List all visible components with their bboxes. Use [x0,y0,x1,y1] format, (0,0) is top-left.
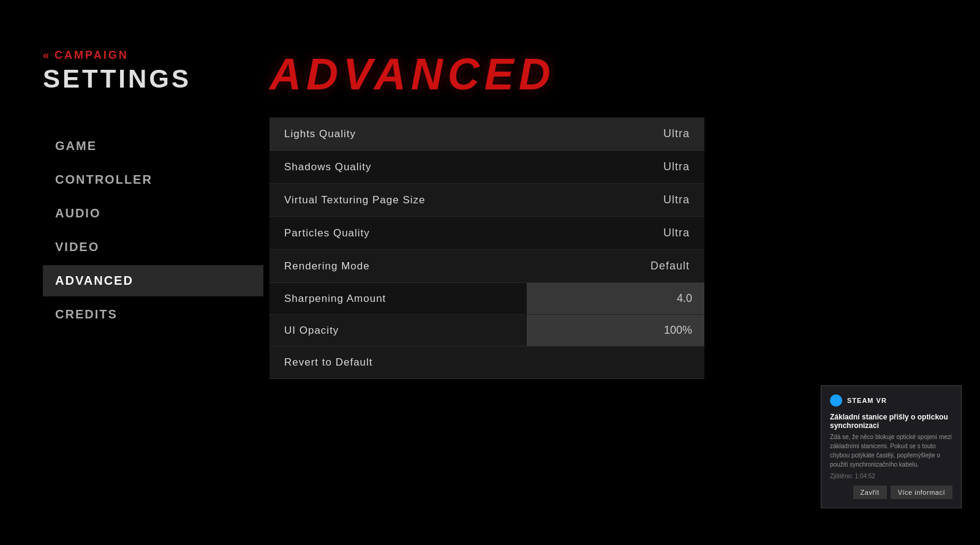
rendering-mode-label: Rendering Mode [284,260,650,272]
particles-quality-label: Particles Quality [284,227,663,239]
virtual-texturing-label: Virtual Texturing Page Size [284,194,663,206]
steamvr-title: Základní stanice přišly o optickou synch… [830,413,952,430]
settings-label: SETTINGS [43,64,263,94]
sidebar: « CAMPAIGN SETTINGS GAME CONTROLLER AUDI… [0,0,263,545]
nav-item-video[interactable]: VIDEO [43,231,263,263]
nav-item-game[interactable]: GAME [43,130,263,162]
nav-item-advanced[interactable]: ADVANCED [43,265,263,296]
steamvr-more-button[interactable]: Více informací [891,486,952,499]
steamvr-body: Zdá se, že něco blokuje optické spojení … [830,432,952,469]
sharpening-slider[interactable]: 4.0 [527,283,704,314]
steamvr-header-label: STEAM VR [847,397,887,404]
nav-item-controller[interactable]: CONTROLLER [43,164,263,195]
campaign-arrow-icon: « [43,49,51,62]
steamvr-time: Zjištěno: 1:04:52 [830,473,952,479]
ui-opacity-row[interactable]: UI Opacity 100% [270,315,704,347]
page-title: ADVANCED [270,49,723,99]
shadows-quality-label: Shadows Quality [284,161,663,173]
steamvr-close-button[interactable]: Zavřít [853,486,887,499]
settings-panel: Lights Quality Ultra Shadows Quality Ult… [270,118,704,379]
revert-to-default-row[interactable]: Revert to Default [270,347,704,379]
main-content: ADVANCED Lights Quality Ultra Shadows Qu… [270,49,723,379]
campaign-header: « CAMPAIGN SETTINGS [43,49,263,94]
nav-menu: GAME CONTROLLER AUDIO VIDEO ADVANCED CRE… [43,130,263,330]
shadows-quality-value: Ultra [663,160,690,173]
nav-item-credits[interactable]: CREDITS [43,299,263,330]
steamvr-header: STEAM VR [830,394,952,407]
lights-quality-value: Ultra [663,127,690,140]
svg-point-1 [834,399,838,402]
virtual-texturing-row[interactable]: Virtual Texturing Page Size Ultra [270,184,704,217]
virtual-texturing-value: Ultra [663,194,690,206]
particles-quality-row[interactable]: Particles Quality Ultra [270,217,704,250]
sharpening-value: 4.0 [677,292,692,305]
lights-quality-label: Lights Quality [284,128,663,140]
particles-quality-value: Ultra [663,227,690,239]
ui-opacity-slider[interactable]: 100% [527,315,704,346]
revert-to-default-label: Revert to Default [284,356,690,369]
steamvr-icon [830,394,842,407]
lights-quality-row[interactable]: Lights Quality Ultra [270,118,704,151]
steamvr-notification: STEAM VR Základní stanice přišly o optic… [821,385,962,508]
campaign-label: « CAMPAIGN [43,49,263,62]
ui-opacity-value: 100% [664,324,692,337]
sharpening-amount-row[interactable]: Sharpening Amount 4.0 [270,283,704,315]
nav-item-audio[interactable]: AUDIO [43,198,263,229]
rendering-mode-row[interactable]: Rendering Mode Default [270,250,704,283]
shadows-quality-row[interactable]: Shadows Quality Ultra [270,151,704,184]
rendering-mode-value: Default [650,260,690,272]
steamvr-buttons: Zavřít Více informací [830,486,952,499]
